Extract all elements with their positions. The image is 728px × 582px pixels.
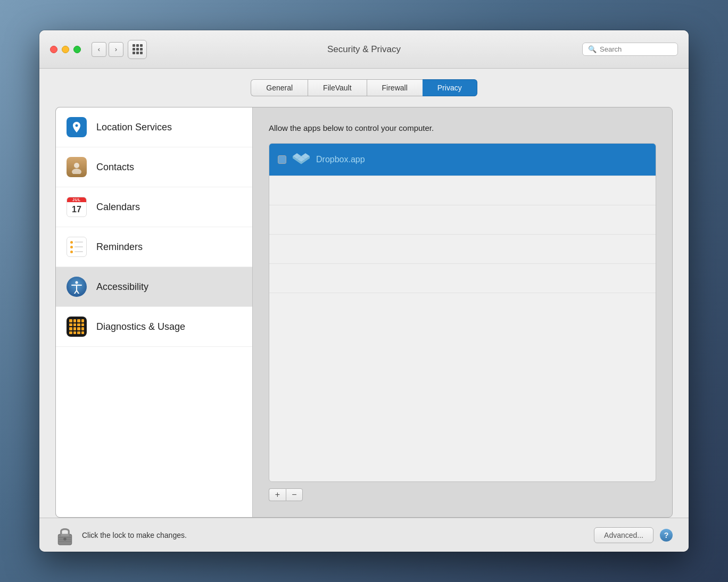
sidebar-item-diagnostics-label: Diagnostics & Usage	[96, 321, 185, 332]
tab-general[interactable]: General	[251, 79, 308, 96]
diagnostics-icon	[65, 315, 88, 338]
right-panel: Allow the apps below to control your com…	[253, 107, 672, 517]
app-item-dropbox[interactable]: Dropbox.app	[269, 144, 656, 176]
sidebar-item-location-label: Location Services	[96, 122, 172, 133]
main-panel: Location Services Contacts	[55, 107, 673, 518]
content-area: General FileVault Firewall Privacy	[39, 69, 689, 518]
forward-icon: ›	[115, 45, 117, 53]
reminders-icon-inner	[67, 237, 87, 257]
grid-icon	[133, 44, 143, 54]
reminders-icon	[65, 236, 88, 258]
dropbox-checkbox[interactable]	[278, 155, 286, 164]
location-icon	[65, 116, 88, 138]
window-title: Security & Privacy	[327, 44, 401, 55]
back-icon: ‹	[98, 45, 100, 53]
search-input[interactable]	[600, 45, 672, 53]
accessibility-icon-inner	[67, 277, 87, 297]
calendar-day: 17	[67, 202, 86, 217]
diagnostics-icon-inner	[67, 317, 87, 337]
tabs-bar: General FileVault Firewall Privacy	[55, 79, 673, 96]
search-box[interactable]: 🔍	[582, 43, 678, 56]
sidebar-item-reminders[interactable]: Reminders	[56, 227, 252, 267]
tab-privacy[interactable]: Privacy	[423, 79, 477, 96]
empty-row-1	[269, 176, 656, 205]
empty-row-4	[269, 264, 656, 293]
sidebar-item-accessibility-label: Accessibility	[96, 281, 148, 293]
calendars-icon-inner: JUL 17	[67, 197, 87, 217]
advanced-button[interactable]: Advanced...	[594, 527, 653, 543]
accessibility-icon	[65, 276, 88, 298]
calendar-month: JUL	[67, 197, 86, 202]
remove-app-button[interactable]: −	[286, 488, 303, 501]
svg-line-6	[77, 290, 79, 294]
titlebar: ‹ › Security & Privacy 🔍	[39, 30, 689, 69]
lock-icon	[55, 525, 75, 546]
forward-button[interactable]: ›	[109, 42, 123, 57]
empty-row-2	[269, 205, 656, 235]
sidebar-item-location[interactable]: Location Services	[56, 107, 252, 147]
sidebar-item-diagnostics[interactable]: Diagnostics & Usage	[56, 307, 252, 347]
svg-point-20	[63, 537, 66, 540]
sidebar-item-contacts[interactable]: Contacts	[56, 147, 252, 187]
svg-point-1	[72, 169, 81, 174]
list-controls: + −	[269, 488, 656, 501]
back-button[interactable]: ‹	[92, 42, 106, 57]
traffic-lights	[50, 46, 81, 53]
contacts-icon-inner	[67, 157, 87, 177]
calendars-icon: JUL 17	[65, 196, 88, 218]
svg-point-2	[76, 281, 78, 284]
sidebar: Location Services Contacts	[56, 107, 253, 517]
footer: Click the lock to make changes. Advanced…	[39, 518, 689, 552]
nav-buttons: ‹ ›	[92, 42, 123, 57]
panel-description: Allow the apps below to control your com…	[269, 123, 656, 132]
sidebar-item-accessibility[interactable]: Accessibility	[56, 267, 252, 307]
close-button[interactable]	[50, 46, 57, 53]
svg-point-0	[74, 163, 79, 168]
empty-row-3	[269, 235, 656, 264]
svg-rect-16	[61, 534, 69, 536]
tab-filevault[interactable]: FileVault	[308, 79, 366, 96]
tab-firewall[interactable]: Firewall	[367, 79, 423, 96]
help-button[interactable]: ?	[660, 529, 673, 542]
maximize-button[interactable]	[73, 46, 81, 53]
app-name-dropbox: Dropbox.app	[316, 155, 365, 164]
sidebar-item-reminders-label: Reminders	[96, 242, 143, 253]
location-icon-inner	[67, 117, 87, 137]
apps-list: Dropbox.app	[269, 143, 656, 482]
system-preferences-window: ‹ › Security & Privacy 🔍 General FileVau…	[39, 30, 689, 552]
add-app-button[interactable]: +	[269, 488, 286, 501]
search-icon: 🔍	[588, 45, 597, 53]
sidebar-item-contacts-label: Contacts	[96, 162, 134, 173]
sidebar-item-calendars[interactable]: JUL 17 Calendars	[56, 187, 252, 227]
contacts-icon	[65, 156, 88, 178]
sidebar-item-calendars-label: Calendars	[96, 202, 140, 213]
dropbox-icon	[293, 151, 310, 168]
minimize-button[interactable]	[62, 46, 69, 53]
lock-text: Click the lock to make changes.	[82, 531, 187, 539]
grid-view-button[interactable]	[128, 40, 147, 59]
